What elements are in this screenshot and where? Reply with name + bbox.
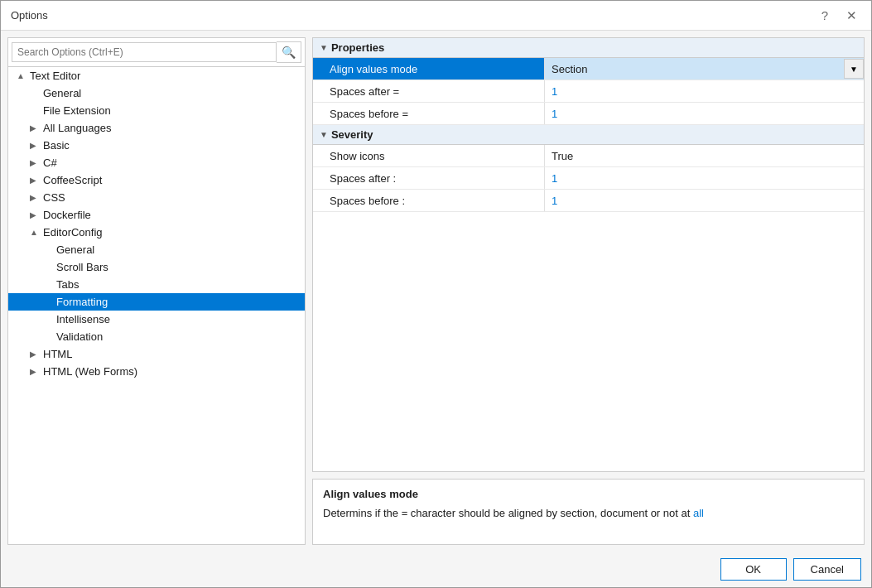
title-bar-right: ? ✕ (815, 6, 861, 26)
search-button[interactable]: 🔍 (277, 41, 301, 63)
tree-label-formatting: Formatting (56, 296, 108, 308)
tree-item-scroll-bars[interactable]: Scroll Bars (8, 258, 305, 276)
tree-item-dockerfile[interactable]: ▶Dockerfile (8, 206, 305, 224)
tree-label-dockerfile: Dockerfile (43, 209, 91, 221)
prop-name-spaces-after-eq: Spaces after = (313, 80, 545, 102)
tree-item-csharp[interactable]: ▶C# (8, 154, 305, 171)
tree-item-basic[interactable]: ▶Basic (8, 137, 305, 154)
section-header-section-properties[interactable]: ▼Properties (313, 38, 864, 58)
description-text: Determins if the = character should be a… (323, 505, 854, 522)
tree-arrow-editorconfig: ▲ (30, 228, 40, 237)
tree-arrow-all-languages: ▶ (30, 123, 40, 133)
tree-label-html: HTML (43, 348, 72, 360)
tree-container[interactable]: ▲Text EditorGeneralFile Extension▶All La… (8, 67, 305, 544)
tree-arrow-html-web-forms: ▶ (30, 367, 40, 376)
tree-label-text-editor: Text Editor (30, 70, 80, 82)
section-header-section-severity[interactable]: ▼Severity (313, 125, 864, 145)
prop-row-align-values-mode[interactable]: Align values modeSection▼ (313, 58, 864, 80)
tree-item-all-languages[interactable]: ▶All Languages (8, 119, 305, 137)
prop-value-spaces-after-colon: 1 (545, 169, 864, 188)
prop-row-spaces-before-colon[interactable]: Spaces before :1 (313, 190, 864, 212)
left-panel: 🔍 ▲Text EditorGeneralFile Extension▶All … (7, 37, 306, 545)
prop-name-show-icons: Show icons (313, 145, 545, 166)
footer: OK Cancel (1, 552, 871, 587)
tree-label-coffeescript: CoffeeScript (43, 174, 102, 186)
tree-label-css: CSS (43, 191, 65, 204)
close-button[interactable]: ✕ (841, 6, 861, 26)
tree-item-tabs[interactable]: Tabs (8, 276, 305, 293)
prop-row-spaces-before-eq[interactable]: Spaces before =1 (313, 103, 864, 125)
tree-label-intellisense: Intellisense (56, 313, 110, 325)
ok-button[interactable]: OK (720, 558, 787, 581)
tree-item-html-web-forms[interactable]: ▶HTML (Web Forms) (8, 363, 305, 380)
prop-row-spaces-after-eq[interactable]: Spaces after =1 (313, 80, 864, 103)
search-input[interactable] (12, 42, 277, 62)
tree-label-all-languages: All Languages (43, 122, 111, 134)
description-text-before: Determins if the = character should be a… (323, 507, 693, 519)
help-button[interactable]: ? (815, 6, 835, 26)
prop-name-spaces-before-colon: Spaces before : (313, 190, 545, 211)
tree-arrow-css: ▶ (30, 193, 40, 202)
tree-item-editorconfig-general[interactable]: General (8, 241, 305, 258)
prop-row-show-icons[interactable]: Show iconsTrue (313, 145, 864, 167)
tree-label-csharp: C# (43, 157, 57, 169)
content-area: 🔍 ▲Text EditorGeneralFile Extension▶All … (1, 31, 871, 552)
tree-label-file-extension: File Extension (43, 104, 111, 117)
dialog-title: Options (11, 9, 48, 22)
tree-item-intellisense[interactable]: Intellisense (8, 311, 305, 328)
properties-area: ▼PropertiesAlign values modeSection▼Spac… (312, 37, 865, 472)
tree-arrow-dockerfile: ▶ (30, 210, 40, 219)
tree-label-scroll-bars: Scroll Bars (56, 261, 108, 273)
tree-item-html[interactable]: ▶HTML (8, 345, 305, 363)
section-label-section-severity: Severity (331, 128, 373, 141)
tree-item-validation[interactable]: Validation (8, 328, 305, 345)
search-box: 🔍 (8, 38, 305, 67)
cancel-button[interactable]: Cancel (793, 558, 861, 581)
tree-item-coffeescript[interactable]: ▶CoffeeScript (8, 171, 305, 189)
prop-value-show-icons: True (545, 147, 864, 166)
tree-label-general: General (43, 87, 81, 99)
tree-item-editorconfig[interactable]: ▲EditorConfig (8, 224, 305, 241)
prop-value-align-values-mode: Section (545, 60, 844, 79)
tree-item-text-editor[interactable]: ▲Text Editor (8, 67, 305, 84)
description-box: Align values mode Determins if the = cha… (312, 479, 865, 545)
tree-arrow-text-editor: ▲ (17, 71, 26, 80)
section-arrow-section-properties: ▼ (320, 43, 328, 52)
tree-item-formatting[interactable]: Formatting (8, 293, 305, 311)
description-title: Align values mode (323, 488, 854, 500)
title-bar-left: Options (11, 9, 48, 22)
description-link[interactable]: all (693, 507, 704, 519)
tree-label-editorconfig: EditorConfig (43, 226, 103, 239)
prop-value-spaces-before-eq: 1 (545, 104, 864, 123)
tree-arrow-basic: ▶ (30, 141, 40, 150)
prop-name-align-values-mode: Align values mode (313, 58, 545, 80)
prop-row-spaces-after-colon[interactable]: Spaces after :1 (313, 167, 864, 190)
tree-arrow-html: ▶ (30, 349, 40, 359)
tree-arrow-coffeescript: ▶ (30, 176, 40, 185)
title-bar: Options ? ✕ (1, 1, 871, 31)
tree-label-validation: Validation (56, 330, 103, 343)
tree-label-html-web-forms: HTML (Web Forms) (43, 365, 137, 378)
right-panel: ▼PropertiesAlign values modeSection▼Spac… (312, 37, 865, 545)
tree-label-basic: Basic (43, 139, 70, 152)
tree-item-file-extension[interactable]: File Extension (8, 102, 305, 119)
tree-label-editorconfig-general: General (56, 243, 94, 256)
prop-value-spaces-before-colon: 1 (545, 191, 864, 210)
tree-item-css[interactable]: ▶CSS (8, 189, 305, 206)
section-arrow-section-severity: ▼ (320, 130, 328, 139)
options-dialog: Options ? ✕ 🔍 ▲Text EditorGeneralFile Ex… (0, 0, 872, 588)
tree-item-general[interactable]: General (8, 84, 305, 102)
prop-value-spaces-after-eq: 1 (545, 82, 864, 101)
tree-label-tabs: Tabs (56, 278, 79, 291)
tree-arrow-csharp: ▶ (30, 158, 40, 167)
prop-dropdown-align-values-mode[interactable]: ▼ (844, 59, 864, 79)
prop-name-spaces-after-colon: Spaces after : (313, 167, 545, 189)
prop-name-spaces-before-eq: Spaces before = (313, 103, 545, 124)
section-label-section-properties: Properties (331, 41, 384, 54)
